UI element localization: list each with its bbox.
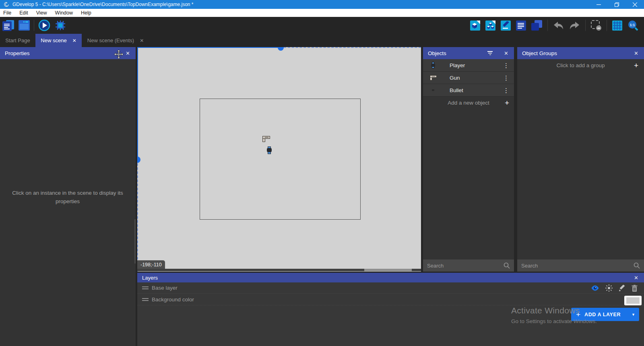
window-title: GDevelop 5 - C:\Users\Sparkle\OneDrive\D… bbox=[12, 2, 194, 7]
layers-editor-icon[interactable] bbox=[531, 20, 542, 31]
resize-guide-left-dashed bbox=[137, 163, 138, 272]
search-icon bbox=[504, 262, 510, 269]
menu-help[interactable]: Help bbox=[77, 9, 95, 17]
add-new-object-button[interactable]: Add a new object + bbox=[423, 97, 514, 109]
gdevelop-window: GDevelop 5 - C:\Users\Sparkle\OneDrive\D… bbox=[0, 0, 644, 346]
object-menu-icon[interactable]: ⋮ bbox=[503, 59, 509, 72]
menu-edit[interactable]: Edit bbox=[15, 9, 32, 17]
resize-guide-left bbox=[137, 47, 138, 157]
plus-icon: + bbox=[576, 310, 580, 319]
menu-window[interactable]: Window bbox=[51, 9, 77, 17]
groups-search-input[interactable] bbox=[517, 263, 634, 269]
close-tab-icon[interactable]: ✕ bbox=[72, 38, 76, 43]
properties-title: Properties bbox=[5, 50, 30, 56]
properties-empty-message: Click on an instance in the scene to dis… bbox=[7, 189, 128, 206]
dropdown-arrow-icon[interactable]: ▼ bbox=[627, 313, 635, 317]
object-groups-title: Object Groups bbox=[522, 50, 557, 56]
plus-icon: + bbox=[634, 61, 638, 70]
properties-editor-icon[interactable] bbox=[501, 21, 511, 31]
canvas-horizontal-scrollbar[interactable] bbox=[137, 269, 421, 271]
layers-panel: Layers ✕ Base layer bbox=[137, 273, 644, 346]
add-group-button[interactable]: Click to add a group + bbox=[517, 59, 644, 72]
gun-object-icon bbox=[429, 75, 438, 80]
object-groups-icon[interactable] bbox=[485, 21, 495, 31]
drag-handle-icon[interactable] bbox=[142, 285, 149, 290]
object-menu-icon[interactable]: ⋮ bbox=[503, 72, 509, 84]
titlebar: GDevelop 5 - C:\Users\Sparkle\OneDrive\D… bbox=[0, 0, 644, 9]
object-groups-panel: Object Groups ✕ Click to add a group + bbox=[517, 47, 644, 272]
close-properties-icon[interactable]: ✕ bbox=[126, 50, 130, 56]
objects-panel: Objects ✕ Player ⋮ bbox=[423, 47, 514, 272]
layer-effects-icon[interactable] bbox=[605, 284, 613, 292]
close-tab-icon[interactable]: ✕ bbox=[140, 38, 144, 43]
edit-layer-icon[interactable] bbox=[619, 285, 625, 292]
instances-list-icon[interactable] bbox=[516, 21, 526, 31]
object-groups-header: Object Groups ✕ bbox=[517, 47, 644, 59]
search-icon bbox=[634, 262, 640, 269]
resize-handle-top[interactable] bbox=[278, 47, 284, 51]
scene-canvas[interactable]: -198;-110 bbox=[137, 47, 421, 272]
resize-guide-top-dashed bbox=[284, 47, 421, 48]
objects-editor-icon[interactable] bbox=[470, 21, 480, 31]
tab-start-page[interactable]: Start Page bbox=[0, 34, 35, 47]
add-layer-button[interactable]: + ADD A LAYER ▼ bbox=[571, 308, 639, 321]
resize-guide-top bbox=[137, 47, 278, 48]
player-object-icon bbox=[429, 62, 438, 68]
player-instance[interactable] bbox=[267, 146, 272, 154]
redo-icon[interactable] bbox=[569, 21, 580, 30]
gun-instance[interactable] bbox=[262, 136, 270, 142]
close-objects-icon[interactable]: ✕ bbox=[504, 50, 508, 56]
layer-row-background[interactable]: Background color bbox=[137, 294, 644, 305]
project-manager-icon[interactable] bbox=[2, 20, 14, 31]
layers-title: Layers bbox=[142, 275, 158, 281]
start-page-icon[interactable] bbox=[19, 20, 30, 31]
menu-view[interactable]: View bbox=[32, 9, 51, 17]
gdevelop-logo-icon bbox=[4, 2, 9, 7]
tab-new-scene[interactable]: New scene ✕ bbox=[35, 34, 82, 47]
visibility-eye-icon[interactable] bbox=[591, 285, 599, 291]
menu-file[interactable]: File bbox=[0, 9, 15, 17]
tab-new-scene-events[interactable]: New scene (Events) ✕ bbox=[82, 34, 149, 47]
bullet-object-icon bbox=[429, 89, 438, 91]
layer-row-base[interactable]: Base layer bbox=[137, 282, 644, 294]
deselect-icon[interactable] bbox=[591, 20, 601, 31]
toolbar: 1:1 bbox=[0, 17, 644, 34]
cursor-coordinates: -198;-110 bbox=[137, 260, 165, 269]
object-row-bullet[interactable]: Bullet ⋮ bbox=[423, 84, 514, 97]
close-layers-icon[interactable]: ✕ bbox=[634, 275, 638, 281]
properties-panel: Properties ✕ Click on an instance in the… bbox=[0, 47, 136, 346]
close-window-button[interactable] bbox=[626, 0, 644, 9]
play-preview-button[interactable] bbox=[38, 19, 50, 31]
object-row-gun[interactable]: Gun ⋮ bbox=[423, 72, 514, 84]
plus-icon: + bbox=[505, 99, 509, 107]
background-color-swatch[interactable] bbox=[624, 296, 642, 305]
objects-search-input[interactable] bbox=[423, 263, 504, 269]
move-cursor-icon bbox=[114, 49, 124, 59]
game-window-border bbox=[200, 99, 361, 220]
undo-icon[interactable] bbox=[553, 21, 564, 30]
close-object-groups-icon[interactable]: ✕ bbox=[634, 50, 638, 56]
resize-handle-left[interactable] bbox=[137, 157, 140, 163]
panel-splitter[interactable] bbox=[514, 47, 517, 272]
objects-search bbox=[423, 260, 514, 272]
objects-title: Objects bbox=[428, 50, 446, 56]
groups-search bbox=[517, 260, 644, 272]
objects-header: Objects ✕ bbox=[423, 47, 514, 59]
filter-icon[interactable] bbox=[487, 50, 493, 56]
svg-text:1:1: 1:1 bbox=[630, 23, 635, 27]
zoom-1to1-icon[interactable]: 1:1 bbox=[627, 20, 638, 31]
restore-button[interactable] bbox=[608, 0, 626, 9]
layers-header: Layers ✕ bbox=[137, 273, 644, 282]
debug-icon[interactable] bbox=[54, 20, 66, 31]
object-row-player[interactable]: Player ⋮ bbox=[423, 59, 514, 72]
scrollbar-thumb[interactable] bbox=[364, 269, 412, 271]
minimize-button[interactable] bbox=[590, 0, 608, 9]
drag-handle-icon[interactable] bbox=[142, 297, 149, 302]
object-menu-icon[interactable]: ⋮ bbox=[503, 84, 509, 97]
delete-layer-icon[interactable] bbox=[632, 285, 638, 292]
grid-icon[interactable] bbox=[612, 21, 622, 31]
menubar: File Edit View Window Help bbox=[0, 9, 644, 17]
tabbar: Start Page New scene ✕ New scene (Events… bbox=[0, 34, 644, 47]
